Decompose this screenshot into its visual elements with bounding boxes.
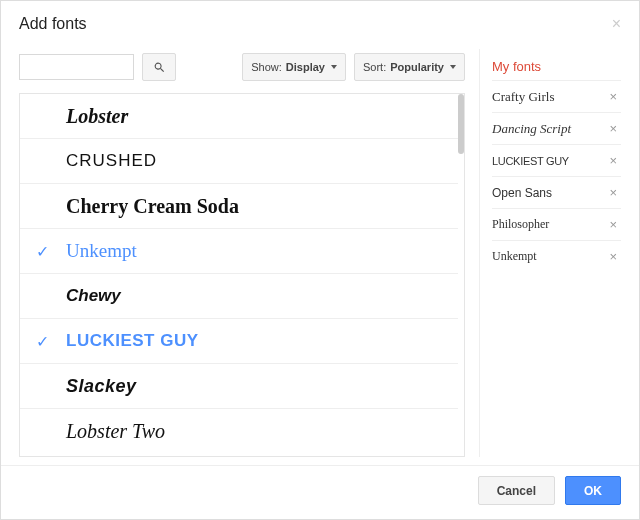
remove-font-icon[interactable]: × [605, 217, 621, 232]
font-name: Lobster Two [66, 420, 165, 443]
left-pane: Show: Display Sort: Popularity LobsterCr… [19, 43, 465, 457]
controls-row: Show: Display Sort: Popularity [19, 43, 465, 93]
font-list-container: LobsterCrushedCherry Cream Soda✓UnkemptC… [19, 93, 465, 457]
my-font-name: Dancing Script [492, 121, 571, 137]
dialog-title: Add fonts [19, 15, 87, 33]
font-row[interactable]: Crushed [20, 139, 458, 184]
my-font-row: Unkempt× [492, 240, 621, 272]
sort-value: Popularity [390, 61, 444, 73]
chevron-down-icon [450, 65, 456, 69]
font-row[interactable]: Cherry Cream Soda [20, 184, 458, 229]
font-name: Crushed [66, 151, 157, 171]
chevron-down-icon [331, 65, 337, 69]
font-name: Cherry Cream Soda [66, 195, 239, 218]
my-fonts-pane: My fonts Crafty Girls×Dancing Script×Luc… [479, 49, 621, 457]
search-icon [153, 61, 166, 74]
my-font-row: Open Sans× [492, 176, 621, 208]
dialog-body: Show: Display Sort: Popularity LobsterCr… [1, 43, 639, 465]
my-font-row: Philosopher× [492, 208, 621, 240]
font-list[interactable]: LobsterCrushedCherry Cream Soda✓UnkemptC… [20, 94, 458, 456]
dialog-footer: Cancel OK [1, 465, 639, 519]
font-row[interactable]: ✓Luckiest Guy [20, 319, 458, 364]
remove-font-icon[interactable]: × [605, 89, 621, 104]
font-name: Lobster [66, 105, 128, 128]
sort-prefix: Sort: [363, 61, 386, 73]
my-font-name: Crafty Girls [492, 89, 554, 105]
show-dropdown[interactable]: Show: Display [242, 53, 346, 81]
font-row[interactable]: Lobster [20, 94, 458, 139]
show-prefix: Show: [251, 61, 282, 73]
add-fonts-dialog: Add fonts × Show: Display Sort: Populari… [0, 0, 640, 520]
font-name: Chewy [66, 286, 121, 306]
font-name: Unkempt [66, 240, 137, 262]
remove-font-icon[interactable]: × [605, 249, 621, 264]
font-name: Slackey [66, 376, 137, 397]
my-fonts-list: Crafty Girls×Dancing Script×Luckiest Guy… [492, 80, 621, 272]
my-fonts-title: My fonts [492, 49, 621, 80]
remove-font-icon[interactable]: × [605, 153, 621, 168]
my-font-name: Luckiest Guy [492, 155, 569, 167]
show-value: Display [286, 61, 325, 73]
font-row[interactable]: Lobster Two [20, 409, 458, 454]
check-icon: ✓ [36, 332, 66, 351]
ok-button[interactable]: OK [565, 476, 621, 505]
scrollbar[interactable] [458, 94, 464, 154]
sort-dropdown[interactable]: Sort: Popularity [354, 53, 465, 81]
my-font-name: Open Sans [492, 186, 552, 200]
my-font-name: Philosopher [492, 217, 549, 232]
font-name: Luckiest Guy [66, 331, 199, 351]
close-icon[interactable]: × [612, 15, 621, 33]
font-row[interactable]: Chewy [20, 274, 458, 319]
my-font-row: Luckiest Guy× [492, 144, 621, 176]
my-font-row: Crafty Girls× [492, 80, 621, 112]
font-row[interactable]: ✓Unkempt [20, 229, 458, 274]
check-icon: ✓ [36, 242, 66, 261]
search-input[interactable] [19, 54, 134, 80]
cancel-button[interactable]: Cancel [478, 476, 555, 505]
my-font-row: Dancing Script× [492, 112, 621, 144]
my-font-name: Unkempt [492, 249, 537, 264]
remove-font-icon[interactable]: × [605, 185, 621, 200]
font-row[interactable]: Slackey [20, 364, 458, 409]
search-button[interactable] [142, 53, 176, 81]
remove-font-icon[interactable]: × [605, 121, 621, 136]
dialog-header: Add fonts × [1, 1, 639, 43]
